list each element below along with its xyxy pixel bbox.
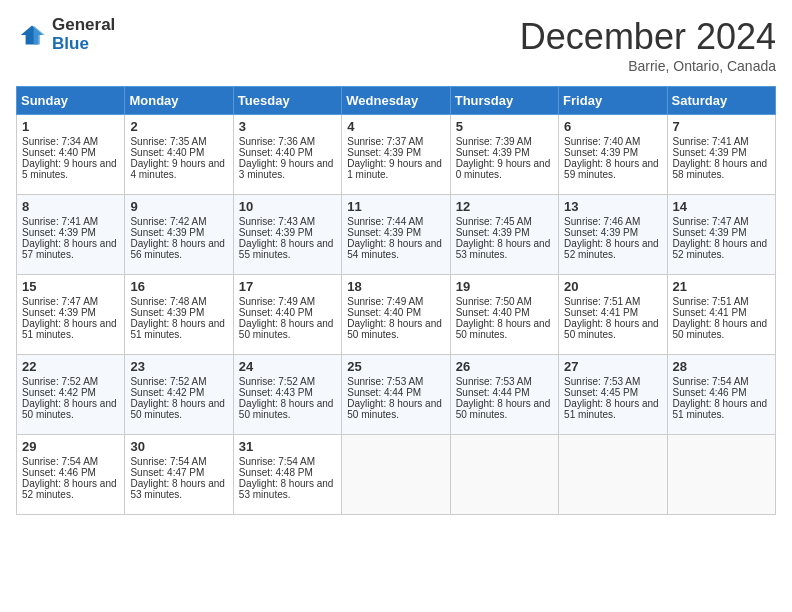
daylight: Daylight: 9 hours and 4 minutes. [130, 158, 225, 180]
sunrise: Sunrise: 7:45 AM [456, 216, 532, 227]
daylight: Daylight: 8 hours and 58 minutes. [673, 158, 768, 180]
calendar-cell: 5Sunrise: 7:39 AMSunset: 4:39 PMDaylight… [450, 115, 558, 195]
calendar-cell: 26Sunrise: 7:53 AMSunset: 4:44 PMDayligh… [450, 355, 558, 435]
sunrise: Sunrise: 7:37 AM [347, 136, 423, 147]
day-number: 25 [347, 359, 444, 374]
daylight: Daylight: 8 hours and 57 minutes. [22, 238, 117, 260]
calendar-cell: 9Sunrise: 7:42 AMSunset: 4:39 PMDaylight… [125, 195, 233, 275]
day-number: 8 [22, 199, 119, 214]
calendar-cell: 27Sunrise: 7:53 AMSunset: 4:45 PMDayligh… [559, 355, 667, 435]
sunset: Sunset: 4:39 PM [347, 227, 421, 238]
sunset: Sunset: 4:39 PM [564, 227, 638, 238]
sunset: Sunset: 4:46 PM [673, 387, 747, 398]
day-number: 24 [239, 359, 336, 374]
header-tuesday: Tuesday [233, 87, 341, 115]
sunset: Sunset: 4:39 PM [22, 307, 96, 318]
sunset: Sunset: 4:39 PM [130, 227, 204, 238]
calendar-week-2: 8Sunrise: 7:41 AMSunset: 4:39 PMDaylight… [17, 195, 776, 275]
sunrise: Sunrise: 7:49 AM [347, 296, 423, 307]
day-number: 17 [239, 279, 336, 294]
page-header: General Blue December 2024 Barrie, Ontar… [16, 16, 776, 74]
day-number: 29 [22, 439, 119, 454]
logo-text: General Blue [52, 16, 115, 53]
calendar-cell: 3Sunrise: 7:36 AMSunset: 4:40 PMDaylight… [233, 115, 341, 195]
calendar-cell: 7Sunrise: 7:41 AMSunset: 4:39 PMDaylight… [667, 115, 775, 195]
location: Barrie, Ontario, Canada [520, 58, 776, 74]
sunset: Sunset: 4:39 PM [673, 147, 747, 158]
calendar-cell: 31Sunrise: 7:54 AMSunset: 4:48 PMDayligh… [233, 435, 341, 515]
calendar-cell [342, 435, 450, 515]
sunset: Sunset: 4:39 PM [564, 147, 638, 158]
sunrise: Sunrise: 7:34 AM [22, 136, 98, 147]
sunrise: Sunrise: 7:53 AM [564, 376, 640, 387]
daylight: Daylight: 8 hours and 52 minutes. [673, 238, 768, 260]
sunrise: Sunrise: 7:50 AM [456, 296, 532, 307]
header-sunday: Sunday [17, 87, 125, 115]
daylight: Daylight: 8 hours and 52 minutes. [564, 238, 659, 260]
day-number: 1 [22, 119, 119, 134]
calendar-cell: 28Sunrise: 7:54 AMSunset: 4:46 PMDayligh… [667, 355, 775, 435]
daylight: Daylight: 9 hours and 1 minute. [347, 158, 442, 180]
daylight: Daylight: 8 hours and 59 minutes. [564, 158, 659, 180]
sunset: Sunset: 4:39 PM [456, 147, 530, 158]
sunrise: Sunrise: 7:53 AM [456, 376, 532, 387]
calendar-cell [450, 435, 558, 515]
calendar-cell: 30Sunrise: 7:54 AMSunset: 4:47 PMDayligh… [125, 435, 233, 515]
daylight: Daylight: 8 hours and 50 minutes. [347, 398, 442, 420]
calendar-cell: 24Sunrise: 7:52 AMSunset: 4:43 PMDayligh… [233, 355, 341, 435]
sunrise: Sunrise: 7:39 AM [456, 136, 532, 147]
sunset: Sunset: 4:42 PM [22, 387, 96, 398]
calendar-cell: 18Sunrise: 7:49 AMSunset: 4:40 PMDayligh… [342, 275, 450, 355]
day-number: 27 [564, 359, 661, 374]
day-number: 31 [239, 439, 336, 454]
sunset: Sunset: 4:39 PM [673, 227, 747, 238]
logo-blue: Blue [52, 35, 115, 54]
sunset: Sunset: 4:46 PM [22, 467, 96, 478]
daylight: Daylight: 8 hours and 50 minutes. [347, 318, 442, 340]
day-number: 18 [347, 279, 444, 294]
sunset: Sunset: 4:41 PM [673, 307, 747, 318]
sunset: Sunset: 4:39 PM [239, 227, 313, 238]
sunset: Sunset: 4:40 PM [456, 307, 530, 318]
calendar-week-3: 15Sunrise: 7:47 AMSunset: 4:39 PMDayligh… [17, 275, 776, 355]
day-number: 7 [673, 119, 770, 134]
sunrise: Sunrise: 7:54 AM [239, 456, 315, 467]
calendar-cell [559, 435, 667, 515]
sunrise: Sunrise: 7:52 AM [130, 376, 206, 387]
daylight: Daylight: 8 hours and 56 minutes. [130, 238, 225, 260]
sunrise: Sunrise: 7:44 AM [347, 216, 423, 227]
day-number: 19 [456, 279, 553, 294]
daylight: Daylight: 8 hours and 51 minutes. [22, 318, 117, 340]
daylight: Daylight: 8 hours and 51 minutes. [564, 398, 659, 420]
daylight: Daylight: 8 hours and 50 minutes. [239, 318, 334, 340]
sunset: Sunset: 4:43 PM [239, 387, 313, 398]
sunset: Sunset: 4:44 PM [456, 387, 530, 398]
sunrise: Sunrise: 7:52 AM [22, 376, 98, 387]
sunrise: Sunrise: 7:51 AM [673, 296, 749, 307]
daylight: Daylight: 8 hours and 52 minutes. [22, 478, 117, 500]
day-number: 28 [673, 359, 770, 374]
day-number: 4 [347, 119, 444, 134]
calendar-cell: 14Sunrise: 7:47 AMSunset: 4:39 PMDayligh… [667, 195, 775, 275]
sunrise: Sunrise: 7:53 AM [347, 376, 423, 387]
daylight: Daylight: 8 hours and 51 minutes. [130, 318, 225, 340]
title-area: December 2024 Barrie, Ontario, Canada [520, 16, 776, 74]
daylight: Daylight: 8 hours and 50 minutes. [239, 398, 334, 420]
calendar-cell [667, 435, 775, 515]
header-wednesday: Wednesday [342, 87, 450, 115]
calendar-cell: 23Sunrise: 7:52 AMSunset: 4:42 PMDayligh… [125, 355, 233, 435]
calendar-cell: 17Sunrise: 7:49 AMSunset: 4:40 PMDayligh… [233, 275, 341, 355]
logo-general: General [52, 16, 115, 35]
header-saturday: Saturday [667, 87, 775, 115]
header-thursday: Thursday [450, 87, 558, 115]
sunrise: Sunrise: 7:42 AM [130, 216, 206, 227]
day-number: 26 [456, 359, 553, 374]
sunrise: Sunrise: 7:35 AM [130, 136, 206, 147]
daylight: Daylight: 8 hours and 53 minutes. [456, 238, 551, 260]
day-number: 14 [673, 199, 770, 214]
logo: General Blue [16, 16, 115, 53]
sunset: Sunset: 4:40 PM [239, 147, 313, 158]
calendar-cell: 19Sunrise: 7:50 AMSunset: 4:40 PMDayligh… [450, 275, 558, 355]
daylight: Daylight: 8 hours and 53 minutes. [130, 478, 225, 500]
sunrise: Sunrise: 7:47 AM [673, 216, 749, 227]
